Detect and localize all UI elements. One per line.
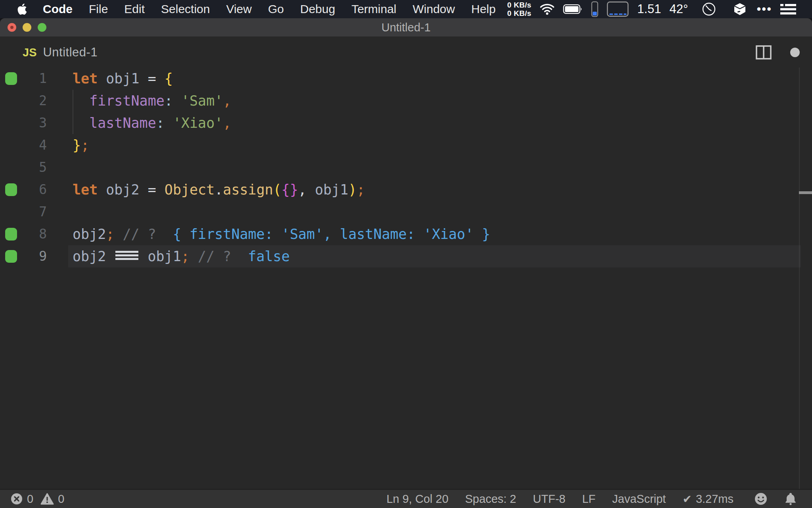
cpu-load-value[interactable]: 1.51 [637, 2, 661, 16]
status-right: Ln 9, Col 20Spaces: 2UTF-8LFJavaScript✔3… [387, 492, 797, 506]
code-text: firstName: 'Sam', [73, 90, 231, 112]
code-text: obj2 obj1; // ? false [73, 245, 290, 267]
temperature-value[interactable]: 42° [670, 2, 688, 16]
code-text: obj2; // ? { firstName: 'Sam', lastName:… [73, 223, 490, 245]
code-line-1[interactable]: 1let obj1 = { [0, 67, 812, 90]
code-line-9[interactable]: 9obj2 obj1; // ? false [0, 245, 812, 267]
list-menu-icon[interactable] [780, 3, 796, 15]
close-button[interactable] [8, 23, 16, 32]
check-icon: ✔ [682, 493, 691, 506]
line-number[interactable]: 3 [12, 112, 47, 134]
menu-item-go[interactable]: Go [268, 2, 284, 16]
code-line-8[interactable]: 8obj2; // ? { firstName: 'Sam', lastName… [0, 223, 812, 245]
network-speed-indicator[interactable]: 0 KB/s 0 KB/s [507, 1, 531, 17]
window-title: Untitled-1 [381, 21, 431, 34]
line-number[interactable]: 6 [12, 179, 47, 201]
more-menu-icon[interactable]: ••• [756, 2, 772, 16]
code-line-4[interactable]: 4}; [0, 134, 812, 156]
status-items: Ln 9, Col 20Spaces: 2UTF-8LFJavaScript✔3… [387, 493, 733, 506]
line-number[interactable]: 9 [12, 245, 47, 267]
encoding[interactable]: UTF-8 [533, 493, 565, 506]
line-number[interactable]: 4 [12, 134, 47, 156]
line-number[interactable]: 2 [12, 90, 47, 112]
macos-menubar: CodeFileEditSelectionViewGoDebugTerminal… [0, 0, 812, 18]
eol[interactable]: LF [582, 493, 596, 506]
code-editor[interactable]: 1let obj1 = {2 firstName: 'Sam',3 lastNa… [0, 67, 812, 489]
open-file-name: Untitled-1 [43, 45, 98, 60]
language-mode[interactable]: JavaScript [612, 493, 666, 506]
code-line-3[interactable]: 3 lastName: 'Xiao', [0, 112, 812, 134]
line-number[interactable]: 7 [12, 201, 47, 223]
code-text: let obj2 = Object.assign({}, obj1); [73, 179, 365, 201]
javascript-file-icon: JS [23, 46, 36, 59]
notifications-bell-icon[interactable] [784, 492, 797, 506]
battery-icon[interactable] [563, 4, 583, 14]
minimize-button[interactable] [23, 23, 31, 32]
menu-item-terminal[interactable]: Terminal [351, 2, 396, 16]
network-down: 0 KB/s [507, 9, 531, 17]
overview-ruler[interactable] [799, 67, 800, 489]
split-editor-icon[interactable] [756, 45, 772, 60]
wifi-icon[interactable] [540, 3, 555, 15]
status-bar: 0 0 Ln 9, Col 20Spaces: 2UTF-8LFJavaScri… [0, 489, 812, 508]
unsaved-changes-dot[interactable] [790, 48, 800, 57]
menu-item-window[interactable]: Window [413, 2, 455, 16]
feedback-smiley-icon[interactable] [754, 492, 768, 506]
menu-item-selection[interactable]: Selection [161, 2, 210, 16]
display-meter-icon[interactable] [607, 1, 629, 17]
problems-indicator[interactable]: 0 0 [10, 493, 67, 506]
vscode-window: Untitled-1 JS Untitled-1 1let obj1 = {2 … [0, 18, 812, 508]
code-line-6[interactable]: 6let obj2 = Object.assign({}, obj1); [0, 179, 812, 201]
menubar-status-area: 0 KB/s 0 KB/s 1.51 42° [507, 1, 796, 17]
network-up: 0 KB/s [507, 1, 531, 9]
triple-equals-ligature [115, 251, 138, 260]
menu-item-code[interactable]: Code [43, 2, 73, 16]
line-number[interactable]: 5 [12, 156, 47, 179]
indentation[interactable]: Spaces: 2 [465, 493, 516, 506]
editor-header: JS Untitled-1 [0, 37, 812, 68]
window-titlebar[interactable]: Untitled-1 [0, 18, 812, 37]
menu-item-edit[interactable]: Edit [124, 2, 145, 16]
menu-item-file[interactable]: File [89, 2, 108, 16]
code-text: }; [73, 134, 89, 156]
apple-menu-icon[interactable] [17, 4, 27, 15]
warnings-icon [40, 493, 54, 505]
code-text: lastName: 'Xiao', [73, 112, 231, 134]
menu-item-debug[interactable]: Debug [300, 2, 335, 16]
code-line-2[interactable]: 2 firstName: 'Sam', [0, 90, 812, 112]
errors-icon [10, 493, 23, 505]
menu-item-help[interactable]: Help [471, 2, 496, 16]
quokka-time[interactable]: ✔3.27ms [682, 493, 733, 506]
menu-items: CodeFileEditSelectionViewGoDebugTerminal… [43, 2, 496, 16]
line-number[interactable]: 8 [12, 223, 47, 245]
zoom-button[interactable] [38, 23, 46, 32]
cursor-position[interactable]: Ln 9, Col 20 [387, 493, 448, 506]
line-number[interactable]: 1 [12, 67, 47, 90]
cube-app-icon[interactable] [733, 2, 747, 16]
code-line-7[interactable]: 7 [0, 201, 812, 223]
traffic-lights [8, 18, 46, 37]
error-count: 0 [27, 493, 33, 506]
overview-ruler-cursor-marker [799, 191, 812, 194]
code-line-5[interactable]: 5 [0, 156, 812, 179]
warning-count: 0 [58, 493, 64, 506]
vertical-meter-icon[interactable] [591, 1, 598, 17]
code-text: let obj1 = { [73, 67, 173, 90]
clock-icon[interactable] [702, 2, 716, 16]
menu-item-view[interactable]: View [226, 2, 251, 16]
